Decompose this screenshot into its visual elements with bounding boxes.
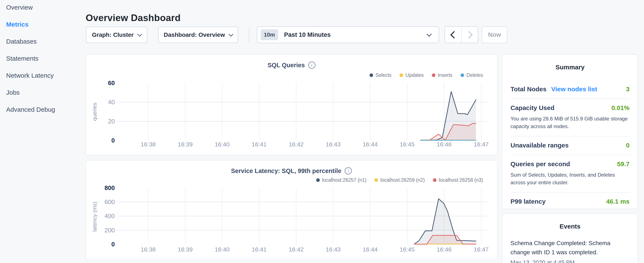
summary-panel: Summary Total NodesView nodes list3Capac… (502, 54, 638, 209)
legend-dot-icon (374, 178, 378, 182)
x-tick-label: 16:38 (133, 246, 163, 253)
chevron-left-icon (450, 31, 458, 39)
y-tick-label: 0 (85, 241, 115, 247)
legend-name: Updates (406, 72, 424, 78)
y-tick-label: 60 (85, 80, 115, 86)
sql-queries-chart-title: SQL Queries (268, 62, 305, 69)
events-list: Schema Change Completed: Schema change w… (502, 238, 638, 263)
info-icon[interactable]: i (308, 62, 316, 69)
x-tick-label: 16:47 (466, 141, 496, 148)
legend-name: Inserts (438, 72, 452, 78)
x-tick-label: 16:44 (355, 246, 385, 253)
y-tick-label: 800 (85, 185, 115, 191)
graph-dropdown-label: Graph: Cluster (92, 32, 134, 38)
time-range-label: Past 10 Minutes (284, 31, 330, 38)
legend-dot-icon (460, 73, 464, 77)
y-tick-label: 40 (85, 99, 115, 105)
legend-dot-icon (432, 73, 436, 77)
legend-name: Deletes (466, 72, 483, 78)
legend-item[interactable]: localhost:26257 (n1) (316, 177, 366, 183)
legend-item[interactable]: Deletes (460, 72, 483, 78)
summary-row-head: Total NodesView nodes list3 (510, 86, 630, 93)
y-tick-label: 400 (85, 213, 115, 219)
x-tick-label: 16:47 (466, 246, 496, 253)
summary-panel-title: Summary (502, 55, 638, 71)
service-latency-legend: localhost:26257 (n1)localhost:26259 (n2)… (316, 177, 483, 183)
summary-row-value: 3 (626, 86, 630, 93)
sidebar: OverviewMetricsDatabasesStatementsNetwor… (6, 4, 55, 113)
legend-name: localhost:26259 (n2) (380, 177, 424, 183)
chevron-down-icon (137, 32, 142, 37)
x-tick-label: 16:46 (429, 141, 459, 148)
summary-rows: Total NodesView nodes list3Capacity Used… (502, 80, 638, 211)
dashboard-dropdown[interactable]: Dashboard: Overview (158, 27, 238, 43)
now-button[interactable]: Now (482, 26, 507, 43)
x-tick-label: 16:41 (244, 246, 274, 253)
page-title: Overview Dashboard (86, 13, 181, 23)
chevron-right-icon (465, 31, 472, 39)
legend-dot-icon (370, 73, 373, 77)
legend-item[interactable]: localhost:26259 (n2) (374, 177, 424, 183)
x-tick-label: 16:45 (392, 246, 422, 253)
legend-item[interactable]: Updates (400, 72, 424, 78)
summary-row-label: Total Nodes (510, 86, 546, 93)
summary-row: P99 latency46.1 ms (510, 193, 630, 211)
dashboard-dropdown-label: Dashboard: Overview (164, 32, 225, 38)
summary-row-label: P99 latency (510, 198, 546, 205)
summary-row-value: 46.1 ms (606, 198, 630, 205)
x-tick-label: 16:42 (281, 141, 311, 148)
sidebar-item-metrics[interactable]: Metrics (6, 21, 55, 28)
legend-name: Selects (376, 72, 392, 78)
legend-item[interactable]: Selects (370, 72, 392, 78)
time-pager (444, 26, 478, 43)
legend-dot-icon (400, 73, 403, 77)
x-tick-label: 16:45 (392, 141, 422, 148)
summary-row-head: Capacity Used0.01% (510, 104, 630, 112)
graph-dropdown[interactable]: Graph: Cluster (86, 27, 147, 43)
y-axis-title: latency (ms) (91, 193, 98, 240)
y-tick-label: 600 (85, 199, 115, 205)
summary-row-value: 0.01% (612, 104, 630, 112)
info-icon[interactable]: i (345, 167, 352, 174)
sidebar-item-overview[interactable]: Overview (6, 4, 55, 11)
x-tick-label: 16:46 (429, 246, 459, 253)
sidebar-item-statements[interactable]: Statements (6, 55, 55, 62)
legend-item[interactable]: localhost:26258 (n3) (433, 177, 483, 183)
summary-row-description: You are using 28.6 MiB of 515.9 GiB usab… (510, 115, 630, 130)
x-tick-label: 16:40 (207, 141, 237, 148)
summary-row: Capacity Used0.01%You are using 28.6 MiB… (510, 99, 630, 136)
summary-row-value: 59.7 (617, 160, 630, 168)
toolbar-divider (249, 27, 250, 43)
summary-row-label: Queries per second (510, 160, 570, 168)
summary-row-label: Capacity Used (510, 104, 554, 112)
time-range-badge: 10m (261, 29, 278, 40)
x-tick-label: 16:39 (170, 141, 200, 148)
time-range-selector[interactable]: 10m Past 10 Minutes (257, 26, 439, 43)
sidebar-item-jobs[interactable]: Jobs (6, 89, 55, 96)
legend-name: localhost:26257 (n1) (322, 177, 366, 183)
summary-row-value: 0 (626, 142, 630, 149)
y-tick-label: 200 (85, 227, 115, 233)
view-nodes-list-link[interactable]: View nodes list (551, 86, 597, 93)
x-tick-label: 16:42 (281, 246, 311, 253)
sidebar-item-databases[interactable]: Databases (6, 38, 55, 45)
sidebar-item-network-latency[interactable]: Network Latency (6, 72, 55, 79)
chevron-down-icon (228, 32, 234, 37)
sidebar-item-advanced-debug[interactable]: Advanced Debug (6, 106, 55, 113)
summary-row: Total NodesView nodes list3 (510, 80, 630, 99)
summary-row-head: Unavailable ranges0 (510, 142, 630, 149)
x-tick-label: 16:38 (133, 141, 163, 148)
x-tick-label: 16:43 (318, 246, 348, 253)
chevron-down-icon (426, 32, 432, 37)
event-text: Schema Change Completed: Schema change w… (510, 238, 612, 257)
summary-row: Queries per second59.7Sum of Selects, Up… (510, 155, 630, 193)
events-panel-title: Events (502, 214, 638, 230)
time-prev-button[interactable] (445, 27, 461, 43)
event-timestamp: May 13, 2020 at 4:45 PM (510, 259, 630, 263)
legend-dot-icon (433, 178, 436, 182)
sql-queries-legend: SelectsUpdatesInsertsDeletes (370, 72, 483, 78)
time-next-button[interactable] (461, 27, 478, 43)
summary-row-head: P99 latency46.1 ms (510, 198, 630, 205)
sql-queries-chart-header: SQL Queriesi (86, 62, 498, 69)
legend-item[interactable]: Inserts (432, 72, 452, 78)
